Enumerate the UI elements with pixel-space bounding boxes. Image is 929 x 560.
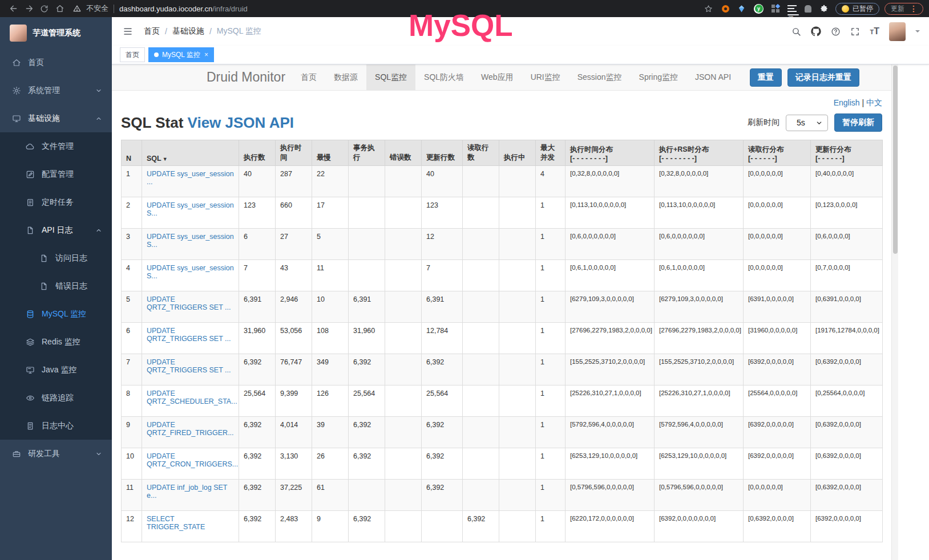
sql-link[interactable]: UPDATE sys_user_session S... bbox=[147, 233, 234, 249]
address-bar[interactable]: 不安全 dashboard.yudao.iocoder.cn/infra/dru… bbox=[73, 3, 722, 14]
help-icon[interactable] bbox=[831, 27, 841, 36]
fullscreen-icon[interactable] bbox=[850, 27, 860, 36]
column-header[interactable]: 执行时间分布[- - - - - - - -] bbox=[566, 140, 655, 166]
extension-list-icon[interactable]: on bbox=[787, 5, 797, 13]
column-header[interactable]: 读取行分布[- - - - - -] bbox=[744, 140, 811, 166]
druid-nav-item[interactable]: Web应用 bbox=[472, 64, 522, 90]
sql-link[interactable]: SELECT TRIGGER_STATE bbox=[147, 515, 205, 531]
sidebar-item[interactable]: 日志中心 bbox=[0, 412, 112, 440]
extension-y-icon[interactable]: y bbox=[754, 4, 764, 14]
hamburger-icon[interactable] bbox=[123, 26, 133, 36]
row-number-cell: 12 bbox=[122, 511, 142, 542]
sidebar-item-label: 首页 bbox=[28, 58, 44, 68]
sidebar-item[interactable]: 首页 bbox=[0, 48, 112, 76]
log-icon bbox=[26, 421, 35, 431]
close-icon[interactable]: × bbox=[204, 51, 208, 59]
column-header[interactable]: 错误数 bbox=[385, 140, 422, 166]
sidebar-item[interactable]: 链路追踪 bbox=[0, 384, 112, 412]
sidebar-item[interactable]: 访问日志 bbox=[0, 244, 112, 272]
sql-link[interactable]: UPDATE QRTZ_TRIGGERS SET ... bbox=[147, 327, 231, 343]
scrollbar-thumb[interactable] bbox=[893, 66, 898, 254]
druid-nav-item[interactable]: Spring监控 bbox=[631, 64, 686, 90]
sidebar-item[interactable]: 定时任务 bbox=[0, 188, 112, 216]
tag-item[interactable]: 首页 bbox=[120, 47, 145, 62]
column-header[interactable]: N bbox=[122, 140, 142, 166]
tx-exec-cell: 6,391 bbox=[349, 291, 385, 323]
bookmark-star-icon[interactable] bbox=[704, 5, 713, 13]
fetch-row-dist-cell: [0,0,0,0,0,0] bbox=[744, 229, 811, 260]
extension-squares-icon[interactable] bbox=[772, 5, 779, 13]
sidebar-item[interactable]: API 日志 bbox=[0, 216, 112, 244]
druid-nav-item[interactable]: 数据源 bbox=[325, 64, 366, 90]
browser-forward-button[interactable] bbox=[21, 4, 37, 13]
column-header[interactable]: 执行+RS时分布[- - - - - - - -] bbox=[655, 140, 744, 166]
column-header[interactable]: 事务执行 bbox=[349, 140, 385, 166]
column-header[interactable]: 最大并发 bbox=[536, 140, 566, 166]
exec-time-cell: 27 bbox=[276, 229, 312, 260]
sidebar-item[interactable]: 文件管理 bbox=[0, 132, 112, 160]
druid-nav-item[interactable]: 首页 bbox=[292, 64, 325, 90]
breadcrumb-infra[interactable]: 基础设施 bbox=[172, 26, 204, 36]
browser-back-button[interactable] bbox=[6, 4, 21, 13]
browser-home-button[interactable] bbox=[52, 4, 67, 13]
sql-link[interactable]: UPDATE inf_job_log SET e... bbox=[147, 484, 227, 500]
druid-nav-item[interactable]: SQL监控 bbox=[366, 64, 415, 90]
column-header[interactable]: 执行中 bbox=[499, 140, 536, 166]
avatar[interactable] bbox=[889, 22, 906, 41]
sql-link[interactable]: UPDATE sys_user_session S... bbox=[147, 201, 234, 217]
druid-nav-item[interactable]: Session监控 bbox=[569, 64, 631, 90]
column-header[interactable]: 最慢 bbox=[312, 140, 349, 166]
breadcrumb-home[interactable]: 首页 bbox=[144, 26, 160, 36]
app-header: 首页 / 基础设施 / MySQL 监控 TT bbox=[112, 17, 929, 46]
scrollbar-track[interactable] bbox=[891, 64, 898, 560]
druid-nav-item[interactable]: SQL防火墙 bbox=[415, 64, 472, 90]
sidebar-item[interactable]: 错误日志 bbox=[0, 272, 112, 300]
profile-paused-badge[interactable]: 已暂停 bbox=[835, 3, 879, 15]
puzzle-icon[interactable] bbox=[819, 4, 829, 13]
sidebar-item[interactable]: Redis 监控 bbox=[0, 328, 112, 356]
browser-menu-icon[interactable]: ⋮ bbox=[908, 4, 919, 13]
update-rows-cell: 7 bbox=[422, 260, 463, 291]
sidebar-item[interactable]: 研发工具 bbox=[0, 440, 112, 468]
search-icon[interactable] bbox=[791, 27, 801, 36]
chevron-down-icon[interactable] bbox=[915, 30, 920, 35]
github-icon[interactable] bbox=[811, 26, 821, 36]
sql-link[interactable]: UPDATE QRTZ_FIRED_TRIGGER... bbox=[147, 421, 234, 437]
druid-nav-item[interactable]: URI监控 bbox=[522, 64, 569, 90]
pause-refresh-button[interactable]: 暂停刷新 bbox=[834, 113, 882, 132]
sql-link[interactable]: UPDATE QRTZ_SCHEDULER_STA... bbox=[147, 389, 237, 405]
sidebar-item[interactable]: Java 监控 bbox=[0, 356, 112, 384]
sidebar-item[interactable]: 配置管理 bbox=[0, 160, 112, 188]
extension-donut-icon[interactable] bbox=[722, 5, 729, 13]
druid-nav-item[interactable]: JSON API bbox=[686, 64, 740, 90]
druid-brand[interactable]: Druid Monitor bbox=[207, 70, 285, 85]
browser-reload-button[interactable] bbox=[37, 5, 52, 13]
exec-rs-dist-cell: [0,113,10,0,0,0,0,0] bbox=[655, 197, 744, 229]
browser-update-button[interactable]: 更新⋮ bbox=[884, 3, 923, 15]
sql-link[interactable]: UPDATE sys_user_session S... bbox=[147, 264, 234, 280]
sidebar-item[interactable]: MySQL 监控 bbox=[0, 300, 112, 328]
refresh-interval-select[interactable]: 5s bbox=[786, 115, 828, 131]
reset-button[interactable]: 重置 bbox=[750, 68, 782, 87]
tag-item[interactable]: MySQL 监控× bbox=[148, 47, 214, 62]
lang-english-link[interactable]: English bbox=[834, 98, 860, 107]
column-header[interactable]: 执行时间 bbox=[276, 140, 312, 166]
slowest-cell: 39 bbox=[312, 417, 349, 448]
lang-chinese-link[interactable]: 中文 bbox=[866, 98, 882, 107]
column-header[interactable]: SQL▼ bbox=[142, 140, 239, 166]
sql-link[interactable]: UPDATE QRTZ_TRIGGERS SET ... bbox=[147, 358, 231, 374]
column-header[interactable]: 读取行数 bbox=[463, 140, 499, 166]
extension-person-icon[interactable] bbox=[805, 5, 811, 13]
extension-gem-icon[interactable] bbox=[737, 5, 746, 13]
column-header[interactable]: 执行数 bbox=[239, 140, 276, 166]
sql-link[interactable]: UPDATE sys_user_session ... bbox=[147, 170, 234, 186]
column-header[interactable]: 更新行分布[- - - - - -] bbox=[811, 140, 883, 166]
sidebar-item[interactable]: 基础设施 bbox=[0, 104, 112, 132]
view-json-api-link[interactable]: View JSON API bbox=[188, 114, 294, 131]
font-size-icon[interactable]: TT bbox=[870, 26, 879, 36]
column-header[interactable]: 更新行数 bbox=[422, 140, 463, 166]
sql-link[interactable]: UPDATE QRTZ_CRON_TRIGGERS... bbox=[147, 452, 238, 468]
sql-link[interactable]: UPDATE QRTZ_TRIGGERS SET ... bbox=[147, 295, 231, 311]
log-and-reset-button[interactable]: 记录日志并重置 bbox=[787, 68, 859, 87]
sidebar-item[interactable]: 系统管理 bbox=[0, 76, 112, 104]
